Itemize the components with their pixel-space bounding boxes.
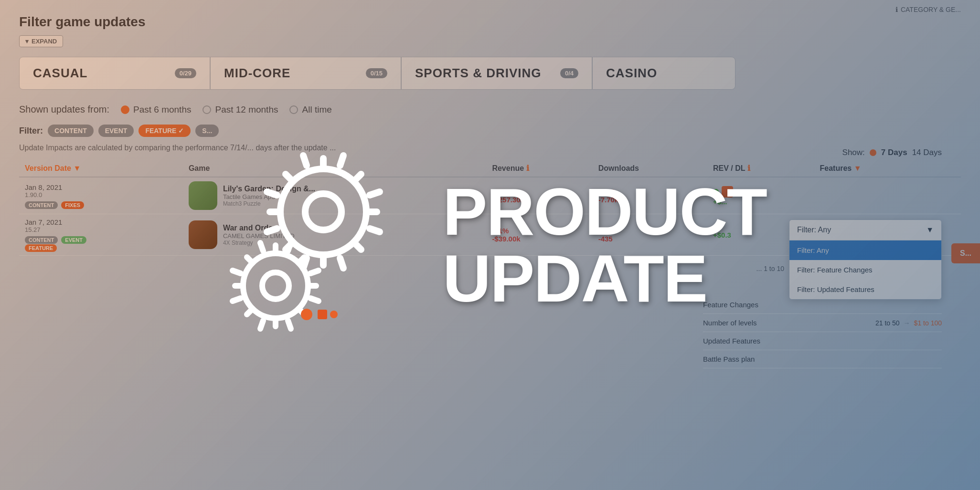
svg-line-11 bbox=[340, 156, 343, 166]
svg-line-24 bbox=[247, 257, 253, 263]
svg-line-13 bbox=[370, 229, 380, 232]
svg-line-15 bbox=[267, 229, 277, 232]
gear-rect-orange bbox=[318, 310, 327, 319]
svg-line-34 bbox=[260, 321, 263, 329]
svg-line-31 bbox=[310, 298, 319, 301]
svg-line-32 bbox=[233, 271, 241, 273]
overlay-content: PRODUCT UPDATE bbox=[213, 145, 767, 345]
product-update-overlay: PRODUCT UPDATE bbox=[0, 0, 980, 490]
update-label: UPDATE bbox=[443, 245, 707, 312]
svg-line-17 bbox=[340, 258, 343, 268]
svg-line-12 bbox=[370, 192, 380, 195]
svg-line-10 bbox=[303, 156, 307, 166]
gear-dot-small bbox=[330, 311, 338, 318]
svg-line-25 bbox=[298, 257, 304, 263]
svg-line-9 bbox=[353, 242, 361, 249]
svg-point-1 bbox=[305, 194, 341, 230]
gear-dot-orange bbox=[301, 309, 312, 320]
svg-line-30 bbox=[310, 271, 319, 273]
svg-line-26 bbox=[247, 309, 253, 314]
gears-svg bbox=[213, 145, 414, 345]
svg-line-33 bbox=[233, 298, 241, 301]
svg-line-6 bbox=[286, 174, 293, 181]
svg-point-19 bbox=[262, 272, 289, 299]
gears-container bbox=[213, 145, 414, 345]
svg-line-29 bbox=[288, 243, 291, 251]
svg-line-35 bbox=[288, 321, 291, 329]
svg-line-14 bbox=[267, 192, 277, 195]
svg-line-7 bbox=[353, 174, 361, 181]
product-label: PRODUCT bbox=[443, 178, 767, 245]
svg-line-28 bbox=[260, 243, 263, 251]
product-update-text: PRODUCT UPDATE bbox=[443, 178, 767, 312]
